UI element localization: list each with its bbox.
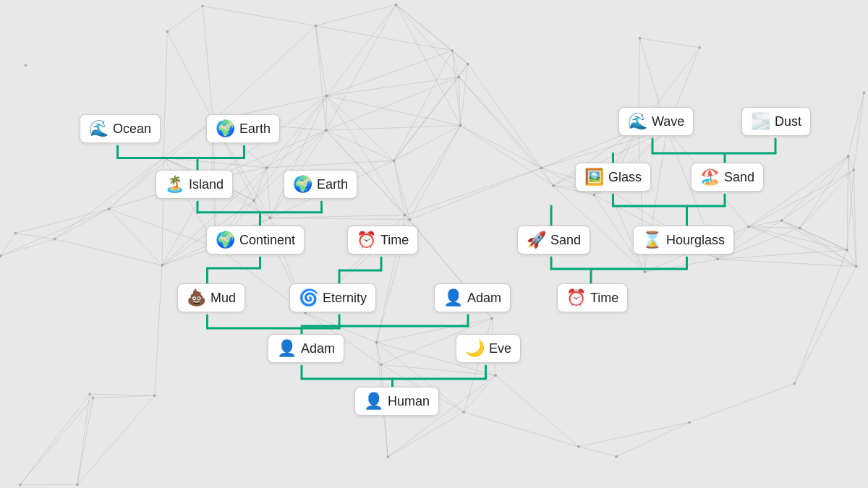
node-human[interactable]: 👤Human: [354, 387, 439, 416]
sand2-label: Sand: [550, 233, 581, 248]
eve-label: Eve: [489, 341, 511, 356]
eternity-icon: 🌀: [299, 288, 318, 307]
node-dust[interactable]: 🌫️Dust: [741, 107, 811, 136]
node-adam2[interactable]: 👤Adam: [268, 334, 344, 363]
time1-icon: ⏰: [357, 231, 376, 249]
dust-label: Dust: [775, 114, 801, 129]
node-sand2[interactable]: 🚀Sand: [517, 226, 590, 254]
continent-icon: 🌍: [216, 231, 235, 249]
sand1-icon: 🏖️: [700, 168, 720, 187]
mud-icon: 💩: [187, 288, 206, 307]
time2-label: Time: [590, 291, 618, 306]
node-glass[interactable]: 🖼️Glass: [575, 163, 651, 192]
node-time1[interactable]: ⏰Time: [347, 226, 418, 254]
node-wave[interactable]: 🌊Wave: [618, 107, 694, 136]
adam1-label: Adam: [467, 291, 501, 306]
wave-icon: 🌊: [628, 112, 647, 131]
time1-label: Time: [380, 233, 409, 248]
hourglass-icon: ⌛: [642, 231, 662, 249]
node-earth1[interactable]: 🌍Earth: [206, 114, 280, 143]
human-label: Human: [388, 394, 430, 409]
dust-icon: 🌫️: [751, 112, 770, 131]
node-continent[interactable]: 🌍Continent: [206, 226, 305, 254]
earth1-label: Earth: [239, 121, 271, 137]
node-ocean[interactable]: 🌊Ocean: [80, 114, 161, 143]
node-sand1[interactable]: 🏖️Sand: [691, 163, 764, 192]
node-eve[interactable]: 🌙Eve: [456, 334, 521, 363]
adam2-label: Adam: [301, 341, 335, 356]
glass-label: Glass: [608, 170, 642, 185]
glass-icon: 🖼️: [584, 168, 604, 187]
island-label: Island: [189, 177, 224, 192]
sand2-icon: 🚀: [527, 231, 546, 249]
node-hourglass[interactable]: ⌛Hourglass: [633, 226, 734, 254]
node-time2[interactable]: ⏰Time: [557, 283, 628, 312]
wave-label: Wave: [652, 114, 684, 129]
time2-icon: ⏰: [566, 288, 586, 307]
eternity-label: Eternity: [323, 291, 367, 306]
node-island[interactable]: 🏝️Island: [156, 170, 233, 199]
island-icon: 🏝️: [165, 175, 184, 194]
human-icon: 👤: [364, 392, 383, 411]
adam1-icon: 👤: [443, 288, 463, 307]
node-mud[interactable]: 💩Mud: [177, 283, 245, 312]
sand1-label: Sand: [724, 170, 754, 185]
ocean-label: Ocean: [113, 121, 151, 137]
node-eternity[interactable]: 🌀Eternity: [289, 283, 376, 312]
eve-icon: 🌙: [465, 339, 485, 358]
earth2-label: Earth: [317, 177, 348, 192]
mud-label: Mud: [210, 291, 236, 306]
earth1-icon: 🌍: [216, 119, 235, 138]
continent-label: Continent: [239, 233, 295, 248]
hourglass-label: Hourglass: [666, 233, 725, 248]
adam2-icon: 👤: [277, 339, 297, 358]
ocean-icon: 🌊: [89, 119, 109, 138]
earth2-icon: 🌍: [293, 175, 312, 194]
node-earth2[interactable]: 🌍Earth: [284, 170, 357, 199]
node-adam1[interactable]: 👤Adam: [434, 283, 511, 312]
